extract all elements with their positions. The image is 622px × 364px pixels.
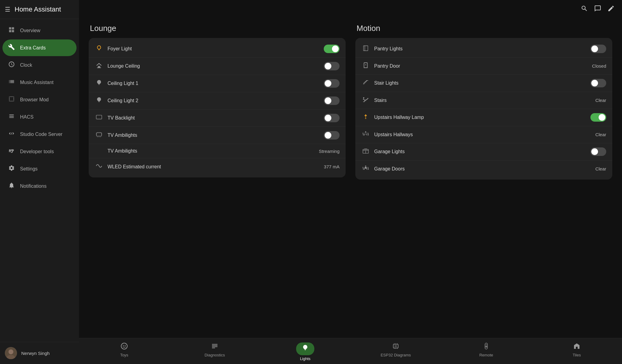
svg-point-24 [125,345,126,346]
upstairs-lamp-toggle[interactable] [590,113,606,122]
devtools-icon [8,147,15,156]
upstairs-hallways-icon [361,130,370,139]
sidebar-item-notifications[interactable]: Notifications [2,178,77,194]
tools-icon [8,44,15,52]
ceiling-light-1-toggle[interactable] [324,79,340,88]
ceiling-light-1-icon [95,79,103,88]
lounge-ceiling-toggle[interactable] [324,62,340,70]
tv-ambilights-state-name: TV Ambilights [108,148,315,154]
upstairs-lamp-icon [361,113,370,122]
search-icon[interactable] [581,5,588,14]
sidebar-item-overview[interactable]: Overview [2,22,77,39]
settings-icon [8,165,15,173]
pantry-lights-icon [361,45,370,53]
tab-tiles[interactable]: Tiles [531,341,622,363]
toys-tab-icon [121,344,128,351]
chat-icon[interactable] [594,5,601,14]
svg-line-21 [368,167,368,170]
sidebar-nav: Overview Extra Cards Clock [0,19,79,342]
entity-upstairs-hallways: Upstairs Hallways Clear [355,126,612,143]
remote-tab-label: Remote [479,353,493,357]
entity-ceiling-light-2: Ceiling Light 2 [89,92,346,110]
ceiling-light-1-name: Ceiling Light 1 [108,81,320,86]
sidebar-item-developer-tools[interactable]: Developer tools [2,143,77,160]
tab-toys[interactable]: Toys [79,341,169,363]
svg-point-15 [365,131,366,133]
foyer-light-name: Foyer Light [108,46,320,52]
wled-icon [95,163,103,171]
stairs-state: Clear [595,98,606,103]
garage-lights-name: Garage Lights [374,149,586,154]
pantry-lights-toggle[interactable] [590,45,606,53]
motion-title: Motion [355,24,612,33]
tv-ambilights-name: TV Ambilights [108,133,320,138]
garage-lights-toggle[interactable] [590,147,606,156]
tv-backlight-toggle[interactable] [324,114,340,122]
notifications-icon [8,182,15,190]
tv-ambilights-state-value: Streaming [319,149,340,154]
tab-lights[interactable]: Lights [260,341,350,363]
sidebar-item-music-assistant[interactable]: Music Assistant [2,74,77,91]
hacs-icon [8,113,15,121]
entity-stair-lights: Stair Lights [355,75,612,92]
entity-foyer-light: Foyer Light [89,40,346,58]
upstairs-hallways-state: Clear [595,132,606,137]
esp32-tab-icon [392,344,399,351]
sidebar-footer: Nerwyn Singh [0,342,79,364]
sidebar-item-clock[interactable]: Clock [2,57,77,73]
entity-upstairs-hallway-lamp: Upstairs Hallway Lamp [355,109,612,126]
wled-state-value: 377 mA [324,164,340,169]
hamburger-icon[interactable]: ☰ [5,6,10,13]
tab-esp32-diagrams[interactable]: ESP32 Diagrams [350,341,441,363]
app-title: Home Assistant [15,5,61,13]
motion-card: Pantry Lights Pantry Door Closed [355,38,612,180]
foyer-light-toggle[interactable] [324,45,340,53]
user-name: Nerwyn Singh [21,351,50,356]
lounge-card: Foyer Light Lounge Ceiling [89,38,346,177]
pantry-lights-name: Pantry Lights [374,46,586,52]
motion-panel: Motion Pantry Lights [355,24,612,180]
avatar[interactable] [5,347,17,359]
diagnostics-tab-label: Diagnostics [204,353,225,357]
entity-tv-ambilights: TV Ambilights [89,127,346,144]
entity-garage-lights: Garage Lights [355,143,612,160]
ceiling-light-2-name: Ceiling Light 2 [108,98,320,103]
entity-wled-current: WLED Estimated current 377 mA [89,158,346,175]
entity-pantry-door: Pantry Door Closed [355,58,612,75]
tiles-tab-label: Tiles [573,353,581,357]
lounge-ceiling-icon [95,62,103,70]
panels-row: Lounge Foyer Light [89,24,612,180]
sidebar-item-browser-mod[interactable]: Browser Mod [2,91,77,108]
toys-tab-label: Toys [120,353,128,357]
top-bar [79,0,622,19]
tv-ambilights-toggle[interactable] [324,131,340,140]
stair-lights-icon [361,79,370,87]
sidebar: ☰ Home Assistant Overview Extra Cards [0,0,79,364]
stairs-name: Stairs [374,98,591,103]
upstairs-lamp-name: Upstairs Hallway Lamp [374,115,586,120]
edit-icon[interactable] [607,5,615,14]
main-content: Lounge Foyer Light [79,0,622,364]
bottom-tabs: Toys Diagnostics Lights [79,338,622,364]
ceiling-light-2-toggle[interactable] [324,96,340,105]
ceiling-light-2-icon [95,97,103,105]
tv-ambilights-icon [95,131,103,140]
sidebar-item-hacs[interactable]: HACS [2,109,77,125]
svg-line-17 [368,133,368,135]
sidebar-item-extra-cards[interactable]: Extra Cards [2,39,77,56]
lights-tab-label: Lights [300,356,311,361]
sidebar-item-settings[interactable]: Settings [2,160,77,177]
sidebar-item-studio-code[interactable]: Studio Code Server [2,126,77,143]
upstairs-hallways-name: Upstairs Hallways [374,132,591,137]
wled-name: WLED Estimated current [108,164,320,170]
entity-tv-ambilights-state: TV Ambilights Streaming [89,144,346,158]
lounge-ceiling-name: Lounge Ceiling [108,63,320,69]
entity-lounge-ceiling: Lounge Ceiling [89,58,346,75]
garage-lights-icon [361,148,370,156]
stair-lights-toggle[interactable] [590,79,606,87]
overview-icon [8,26,15,35]
tab-remote[interactable]: Remote [441,341,531,363]
content-area: Lounge Foyer Light [79,19,622,338]
tab-diagnostics[interactable]: Diagnostics [169,341,260,363]
svg-point-28 [486,345,487,345]
